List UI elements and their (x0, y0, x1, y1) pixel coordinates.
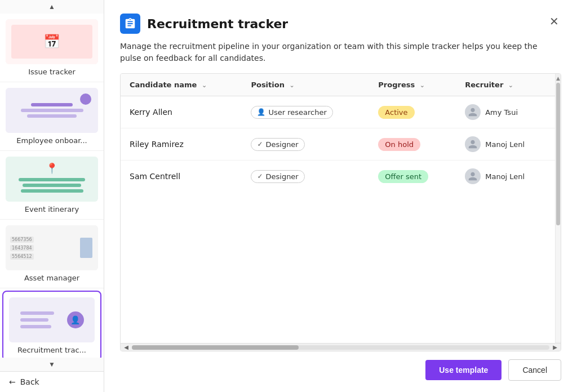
thumb-asset-rect (80, 238, 92, 258)
scroll-up-button[interactable]: ▲ (0, 0, 104, 14)
panel-footer: Use template Cancel (120, 351, 561, 383)
col-candidate: Candidate name ⌄ (121, 74, 242, 96)
table-wrapper: Candidate name ⌄ Position ⌄ Progress ⌄ (120, 73, 561, 351)
sidebar-back-area[interactable]: ← Back (0, 371, 104, 392)
employee-onboarding-label: Employee onboar... (6, 136, 98, 145)
thumb-event-line-2 (23, 184, 81, 187)
h-scroll-left-arrow[interactable]: ◀ (121, 344, 132, 351)
thumb-recruit-line-1 (20, 311, 54, 315)
sidebar-item-issue-tracker[interactable]: 📅 Issue tracker (0, 14, 104, 82)
panel-description: Manage the recruitment pipeline in your … (120, 41, 543, 64)
recruitment-tracker-thumbnail: 👤 (9, 297, 95, 342)
person-icon (468, 107, 478, 117)
thumb-event-line-3 (21, 189, 83, 193)
thumb-recruit-line-2 (20, 318, 48, 322)
panel: Recruitment tracker ✕ Manage the recruit… (104, 0, 577, 392)
thumb-asset-num-2: 1643784 (10, 245, 34, 251)
main-content: Recruitment tracker ✕ Manage the recruit… (104, 0, 577, 392)
recruitment-tracker-label: Recruitment trac... (9, 346, 95, 354)
thumb-event-bg: 📍 (6, 157, 98, 202)
recruiter-sort-icon[interactable]: ⌄ (508, 82, 513, 89)
progress-badge: On hold (378, 138, 420, 151)
table-header: Candidate name ⌄ Position ⌄ Progress ⌄ (121, 74, 555, 96)
table-body: Kerry Allen👤User researcherActive Amy Ts… (121, 96, 555, 193)
progress-sort-icon[interactable]: ⌄ (420, 82, 425, 89)
candidate-cell: Kerry Allen (121, 96, 242, 128)
panel-icon-container (120, 14, 140, 34)
cancel-button[interactable]: Cancel (508, 359, 561, 381)
thumb-line-1 (31, 103, 73, 106)
scroll-track[interactable] (556, 83, 561, 342)
progress-cell: Offer sent (369, 161, 456, 193)
position-cell: ✓Designer (242, 128, 369, 161)
recruiter-info: Amy Tsui (465, 104, 546, 120)
thumb-employee-dot (80, 93, 91, 105)
recruiter-cell: Manoj Lenl (456, 128, 555, 161)
recruiter-info: Manoj Lenl (465, 136, 546, 152)
thumb-employee-bg (6, 88, 98, 133)
position-sort-icon[interactable]: ⌄ (289, 82, 294, 89)
h-scrollbar-track[interactable] (132, 345, 549, 350)
close-button[interactable]: ✕ (547, 14, 561, 29)
table-row: Sam Centrell✓DesignerOffer sent Manoj Le… (121, 161, 555, 193)
candidate-sort-icon[interactable]: ⌄ (202, 82, 207, 89)
scroll-down-button[interactable]: ▼ (0, 358, 104, 371)
person-icon (468, 139, 478, 149)
thumb-asset-bg: 5667356 1643784 5564512 (6, 225, 98, 270)
recruiter-cell: Manoj Lenl (456, 161, 555, 193)
scroll-thumb[interactable] (556, 83, 560, 225)
recruiter-avatar (465, 136, 481, 152)
recruiter-cell: Amy Tsui (456, 96, 555, 128)
position-icon: ✓ (257, 140, 263, 148)
col-progress: Progress ⌄ (369, 74, 456, 96)
data-table: Candidate name ⌄ Position ⌄ Progress ⌄ (121, 74, 555, 192)
thumb-recruit-lines (20, 311, 54, 328)
employee-onboarding-thumbnail (6, 88, 98, 133)
sidebar-item-employee-onboarding[interactable]: Employee onboar... (0, 82, 104, 151)
panel-header: Recruitment tracker ✕ (120, 14, 561, 34)
recruiter-name: Manoj Lenl (485, 140, 525, 149)
position-icon: 👤 (257, 108, 265, 116)
thumb-asset-row-2: 1643784 (10, 245, 34, 251)
h-scroll-right-arrow[interactable]: ▶ (549, 344, 561, 351)
position-badge: ✓Designer (251, 138, 304, 151)
panel-title: Recruitment tracker (147, 17, 288, 31)
progress-badge: Offer sent (378, 170, 428, 183)
progress-cell: Active (369, 96, 456, 128)
sidebar-item-event-itinerary[interactable]: 📍 Event itinerary (0, 151, 104, 220)
thumb-issue-icon: 📅 (43, 34, 60, 50)
thumb-asset-row-1: 5667356 (10, 237, 34, 243)
thumb-recruit-bg: 👤 (9, 297, 95, 342)
position-icon: ✓ (257, 172, 263, 180)
sidebar-item-asset-manager[interactable]: 5667356 1643784 5564512 Asset manager (0, 220, 104, 288)
thumb-event-line-1 (19, 178, 85, 181)
use-template-button[interactable]: Use template (425, 360, 501, 380)
recruiter-info: Manoj Lenl (465, 168, 546, 184)
sidebar: ▲ 📅 Issue tracker (0, 0, 104, 392)
thumb-recruit-person-icon: 👤 (67, 311, 84, 328)
h-scrollbar-thumb[interactable] (132, 345, 299, 350)
candidate-cell: Sam Centrell (121, 161, 242, 193)
recruiter-avatar (465, 104, 481, 120)
col-position: Position ⌄ (242, 74, 369, 96)
vertical-scrollbar[interactable]: ▲ ▼ (555, 74, 561, 351)
table-row: Kerry Allen👤User researcherActive Amy Ts… (121, 96, 555, 128)
horizontal-scrollbar[interactable]: ◀ ▶ (121, 343, 561, 351)
event-itinerary-label: Event itinerary (6, 205, 98, 213)
progress-cell: On hold (369, 128, 456, 161)
col-recruiter: Recruiter ⌄ (456, 74, 555, 96)
thumb-line-2 (21, 109, 83, 112)
position-cell: ✓Designer (242, 161, 369, 193)
scroll-up-arrow[interactable]: ▲ (556, 74, 561, 83)
candidate-cell: Riley Ramirez (121, 128, 242, 161)
sidebar-items-list: 📅 Issue tracker Employee onboar... (0, 14, 104, 358)
position-cell: 👤User researcher (242, 96, 369, 128)
issue-tracker-label: Issue tracker (6, 68, 98, 76)
position-badge: 👤User researcher (251, 106, 332, 119)
thumb-event-pin: 📍 (46, 162, 58, 174)
thumb-line-3 (27, 114, 77, 118)
thumb-asset-num-1: 5667356 (10, 237, 34, 243)
sidebar-item-recruitment-tracker[interactable]: 👤 Recruitment trac... (2, 291, 101, 358)
table-scroll-area[interactable]: Candidate name ⌄ Position ⌄ Progress ⌄ (121, 74, 561, 343)
issue-tracker-thumbnail: 📅 (6, 19, 98, 64)
